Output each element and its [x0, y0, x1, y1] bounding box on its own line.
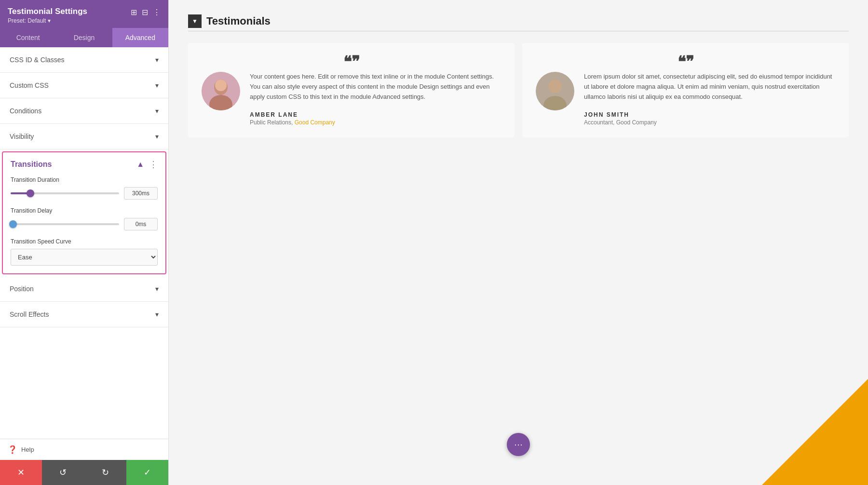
delay-slider-row	[11, 218, 158, 230]
collapse-icon[interactable]: ▲	[136, 160, 144, 169]
quote-icon-2: ❝❞	[678, 53, 694, 71]
orange-triangle-decoration	[762, 379, 868, 485]
conditions-header[interactable]: Conditions ▾	[0, 98, 168, 123]
author-role-2: Accountant, Good Company	[584, 119, 835, 126]
svg-point-3	[215, 80, 227, 91]
sidebar-header: Testimonial Settings Preset: Default ▾ ⊞…	[0, 0, 168, 28]
help-label: Help	[21, 446, 34, 453]
card-body-2: Lorem ipsum dolor sit amet, consectetur …	[536, 72, 835, 126]
section-conditions: Conditions ▾	[0, 98, 168, 124]
page-icon: ▼	[188, 14, 202, 28]
section-custom-css: Custom CSS ▾	[0, 73, 168, 98]
sidebar-tabs: Content Design Advanced	[0, 28, 168, 47]
chevron-down-icon: ▾	[155, 107, 159, 115]
testimonials-grid: ❝❞ Your content goes here. Edit or remov…	[188, 43, 849, 137]
transitions-body: Transition Duration Transition Delay	[3, 175, 165, 273]
speed-curve-label: Transition Speed Curve	[11, 238, 158, 245]
undo-button[interactable]: ↺	[42, 460, 84, 485]
css-id-label: CSS ID & Classes	[10, 56, 65, 64]
duration-thumb[interactable]	[27, 189, 34, 197]
avatar-1	[202, 72, 240, 110]
save-button[interactable]: ✓	[126, 460, 168, 485]
transitions-header: Transitions ▲ ⋮	[3, 152, 165, 175]
testimonial-card-1: ❝❞ Your content goes here. Edit or remov…	[188, 43, 515, 137]
module-title: Testimonial Settings	[8, 7, 87, 16]
action-bar: ✕ ↺ ↻ ✓	[0, 460, 168, 485]
delay-track	[11, 223, 119, 225]
help-icon: ❓	[8, 445, 17, 454]
section-position: Position ▾	[0, 276, 168, 302]
duration-label: Transition Duration	[11, 176, 158, 183]
card-content-2: Lorem ipsum dolor sit amet, consectetur …	[584, 72, 835, 126]
delay-thumb[interactable]	[9, 220, 17, 228]
sidebar-content: CSS ID & Classes ▾ Custom CSS ▾ Conditio…	[0, 47, 168, 485]
author-role-1: Public Relations, Good Company	[250, 119, 501, 126]
section-css-id: CSS ID & Classes ▾	[0, 47, 168, 73]
position-header[interactable]: Position ▾	[0, 276, 168, 301]
redo-button[interactable]: ↻	[84, 460, 126, 485]
more-options-icon[interactable]: ⋮	[153, 8, 161, 17]
sidebar-header-right: ⊞ ⊟ ⋮	[131, 8, 161, 17]
tab-advanced[interactable]: Advanced	[112, 28, 168, 47]
position-label: Position	[10, 285, 34, 293]
speed-curve-select[interactable]: Ease Linear Ease In Ease Out Ease In Out…	[11, 249, 158, 266]
expand-icon[interactable]: ⊟	[142, 8, 148, 17]
layout-icon[interactable]: ⊞	[131, 8, 137, 17]
testimonial-text-1: Your content goes here. Edit or remove t…	[250, 72, 501, 102]
transitions-section: Transitions ▲ ⋮ Transition Duration	[2, 151, 166, 274]
sidebar-footer: ❓ Help ✕ ↺ ↻ ✓	[0, 439, 168, 485]
transitions-more-icon[interactable]: ⋮	[149, 159, 158, 170]
author-name-1: AMBER LANE	[250, 111, 501, 118]
sidebar-header-left: Testimonial Settings Preset: Default ▾	[8, 7, 87, 24]
scroll-effects-label: Scroll Effects	[10, 310, 49, 318]
chevron-down-icon: ▾	[155, 56, 159, 64]
preset-label[interactable]: Preset: Default ▾	[8, 17, 87, 24]
tab-design[interactable]: Design	[56, 28, 112, 47]
page-divider	[188, 31, 849, 31]
cancel-button[interactable]: ✕	[0, 460, 42, 485]
author-company-1: Good Company	[295, 119, 335, 126]
chevron-down-icon: ▾	[155, 285, 159, 293]
transitions-title: Transitions	[11, 160, 52, 169]
main-content: ▼ Testimonials ❝❞ Your content goes here…	[169, 0, 868, 485]
scroll-effects-header[interactable]: Scroll Effects ▾	[0, 302, 168, 327]
duration-track	[11, 192, 119, 194]
floating-action-button[interactable]: ⋯	[507, 433, 530, 456]
tab-content[interactable]: Content	[0, 28, 56, 47]
svg-point-5	[548, 80, 562, 93]
card-author-1: AMBER LANE Public Relations, Good Compan…	[250, 111, 501, 126]
page-title: Testimonials	[206, 15, 271, 27]
sidebar: Testimonial Settings Preset: Default ▾ ⊞…	[0, 0, 169, 485]
visibility-label: Visibility	[10, 133, 34, 140]
custom-css-header[interactable]: Custom CSS ▾	[0, 73, 168, 98]
author-name-2: JOHN SMITH	[584, 111, 835, 118]
card-author-2: JOHN SMITH Accountant, Good Company	[584, 111, 835, 126]
visibility-header[interactable]: Visibility ▾	[0, 124, 168, 149]
quote-icon-1: ❝❞	[343, 53, 360, 71]
page-header: ▼ Testimonials	[188, 14, 849, 28]
help-row[interactable]: ❓ Help	[0, 439, 168, 460]
css-id-header[interactable]: CSS ID & Classes ▾	[0, 47, 168, 72]
avatar-2	[536, 72, 574, 110]
delay-input[interactable]	[124, 218, 158, 230]
chevron-down-icon: ▾	[155, 310, 159, 318]
custom-css-label: Custom CSS	[10, 81, 49, 89]
section-scroll-effects: Scroll Effects ▾	[0, 302, 168, 327]
section-visibility: Visibility ▾	[0, 124, 168, 149]
chevron-down-icon: ▾	[155, 133, 159, 140]
testimonial-card-2: ❝❞ Lorem ipsum dolor sit amet, consectet…	[522, 43, 849, 137]
duration-input[interactable]	[124, 187, 158, 200]
duration-slider-row	[11, 187, 158, 200]
chevron-down-icon: ▾	[155, 81, 159, 89]
delay-label: Transition Delay	[11, 207, 158, 214]
transitions-controls: ▲ ⋮	[136, 159, 158, 170]
card-body-1: Your content goes here. Edit or remove t…	[202, 72, 501, 126]
card-content-1: Your content goes here. Edit or remove t…	[250, 72, 501, 126]
testimonial-text-2: Lorem ipsum dolor sit amet, consectetur …	[584, 72, 835, 102]
conditions-label: Conditions	[10, 107, 41, 115]
